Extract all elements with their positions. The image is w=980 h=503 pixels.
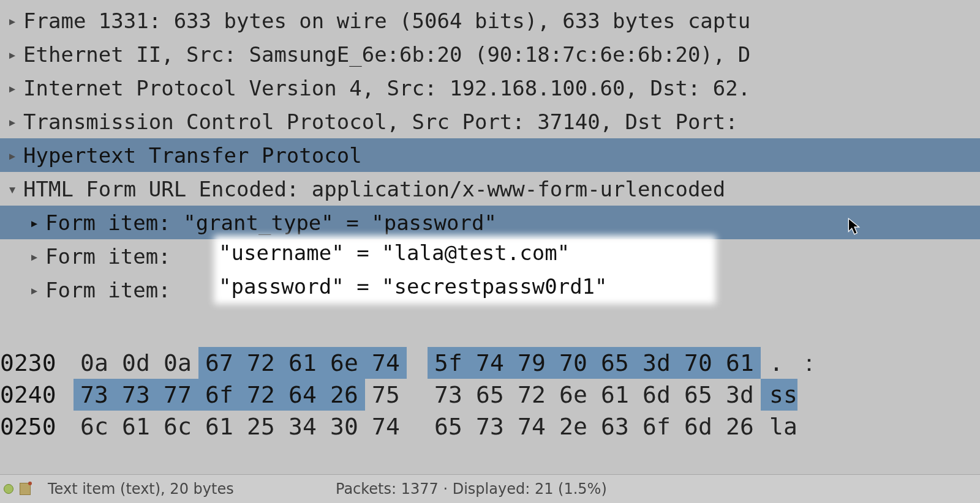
hex-byte: 64 [282, 379, 323, 411]
hex-bytes: 73 73 77 6f 72 64 26 75 73 65 72 6e 61 6… [74, 379, 761, 411]
hex-byte: 77 [157, 379, 198, 411]
hex-byte: 79 [511, 347, 552, 379]
chevron-right-icon: ▸ [23, 282, 45, 298]
hex-byte: 26 [323, 379, 365, 411]
hex-byte: 72 [511, 379, 552, 411]
hex-byte: 0a [157, 347, 198, 379]
hex-byte: 34 [282, 411, 323, 442]
hex-byte: 6e [323, 347, 365, 379]
hex-byte: 74 [365, 347, 407, 379]
hex-byte: 75 [365, 379, 407, 411]
chevron-right-icon: ▸ [23, 248, 45, 264]
hex-byte: 2e [552, 411, 594, 442]
hex-byte: 65 [677, 379, 719, 411]
hex-byte: 6c [157, 411, 198, 442]
hex-bytes: 0a 0d 0a 67 72 61 6e 74 5f 74 79 70 65 3… [74, 347, 761, 379]
chevron-right-icon: ▸ [1, 114, 23, 130]
hex-byte: 6d [636, 379, 677, 411]
hex-offset: 0250 [0, 411, 74, 442]
hex-byte: 65 [594, 347, 636, 379]
hex-byte: 3d [636, 347, 677, 379]
hex-byte: 61 [594, 379, 636, 411]
chevron-right-icon: ▸ [1, 13, 23, 29]
hex-byte: 73 [74, 379, 115, 411]
form-item-grant: Form item: "grant_type" = "password" [45, 211, 980, 235]
hex-byte: 65 [469, 379, 511, 411]
hex-byte: 72 [240, 347, 282, 379]
hex-byte: 73 [428, 379, 469, 411]
hex-byte: 61 [198, 411, 240, 442]
tree-row-form-item-grant-type[interactable]: ▸ Form item: "grant_type" = "password" [0, 206, 980, 239]
hex-byte: 0a [74, 347, 115, 379]
hex-row[interactable]: 0230 0a 0d 0a 67 72 61 6e 74 5f 74 79 70… [0, 347, 980, 379]
hex-row[interactable]: 0240 73 73 77 6f 72 64 26 75 73 65 72 6e… [0, 379, 980, 411]
hex-byte: 61 [115, 411, 157, 442]
tree-row-frame[interactable]: ▸ Frame 1331: 633 bytes on wire (5064 bi… [0, 4, 980, 37]
status-icons [0, 483, 40, 495]
hex-byte: 6f [198, 379, 240, 411]
hex-byte: 73 [469, 411, 511, 442]
hex-byte: 61 [719, 347, 761, 379]
hex-byte: 70 [677, 347, 719, 379]
status-packet-counts: Packets: 1377 · Displayed: 21 (1.5%) [336, 480, 980, 497]
hex-byte: 3d [719, 379, 761, 411]
chevron-right-icon: ▸ [1, 147, 23, 163]
hex-byte: 73 [115, 379, 157, 411]
form-item-password-value: "password" = "secrestpassw0rd1" [214, 269, 716, 303]
hex-bytes: 6c 61 6c 61 25 34 30 74 65 73 74 2e 63 6… [74, 411, 761, 442]
tree-row-form-header[interactable]: ▾ HTML Form URL Encoded: application/x-w… [0, 172, 980, 206]
hex-byte: 6e [552, 379, 594, 411]
packet-bytes-pane[interactable]: 0230 0a 0d 0a 67 72 61 6e 74 5f 74 79 70… [0, 343, 980, 442]
hex-byte: 26 [719, 411, 761, 442]
hex-byte: 72 [240, 379, 282, 411]
tcp-summary: Transmission Control Protocol, Src Port:… [23, 110, 980, 134]
ip-summary: Internet Protocol Version 4, Src: 192.16… [23, 76, 980, 100]
hex-row[interactable]: 0250 6c 61 6c 61 25 34 30 74 65 73 74 2e… [0, 411, 980, 442]
hex-byte: 74 [469, 347, 511, 379]
chevron-down-icon: ▾ [1, 181, 23, 197]
http-summary: Hypertext Transfer Protocol [23, 143, 980, 168]
form-item-username-value: "username" = "lala@test.com" [214, 236, 716, 269]
status-bar: Text item (text), 20 bytes Packets: 1377… [0, 474, 980, 503]
ascii-text: ss [761, 379, 797, 411]
tree-row-http[interactable]: ▸ Hypertext Transfer Protocol [0, 138, 980, 172]
chevron-right-icon: ▸ [23, 215, 45, 231]
hex-byte: 6d [677, 411, 719, 442]
hex-byte: 65 [428, 411, 469, 442]
chevron-right-icon: ▸ [1, 47, 23, 62]
tree-row-ip[interactable]: ▸ Internet Protocol Version 4, Src: 192.… [0, 71, 980, 105]
tree-row-ethernet[interactable]: ▸ Ethernet II, Src: SamsungE_6e:6b:20 (9… [0, 37, 980, 71]
hex-byte: 74 [511, 411, 552, 442]
hex-byte: 0d [115, 347, 157, 379]
ethernet-summary: Ethernet II, Src: SamsungE_6e:6b:20 (90:… [23, 42, 980, 67]
hex-byte: 67 [198, 347, 240, 379]
frame-summary: Frame 1331: 633 bytes on wire (5064 bits… [23, 9, 980, 33]
tree-row-tcp[interactable]: ▸ Transmission Control Protocol, Src Por… [0, 105, 980, 138]
hex-byte: 5f [428, 347, 469, 379]
mouse-cursor-icon [848, 218, 861, 236]
hex-byte: 6f [636, 411, 677, 442]
hex-offset: 0230 [0, 347, 74, 379]
hex-byte: 6c [74, 411, 115, 442]
ascii-text: . ： [761, 347, 821, 379]
details-filler [0, 307, 980, 343]
hex-byte: 25 [240, 411, 282, 442]
hex-byte: 63 [594, 411, 636, 442]
hex-byte: 61 [282, 347, 323, 379]
expert-info-dot-icon[interactable] [4, 484, 13, 494]
status-selected-field: Text item (text), 20 bytes [40, 480, 336, 497]
chevron-right-icon: ▸ [1, 80, 23, 96]
hex-byte: 70 [552, 347, 594, 379]
ascii-text: la [761, 411, 797, 442]
hex-byte: 30 [323, 411, 365, 442]
hex-byte: 74 [365, 411, 407, 442]
hex-offset: 0240 [0, 379, 74, 411]
form-header-summary: HTML Form URL Encoded: application/x-www… [23, 177, 980, 201]
credentials-highlight: "username" = "lala@test.com" "password" … [214, 236, 716, 304]
capture-file-icon[interactable] [20, 483, 31, 495]
